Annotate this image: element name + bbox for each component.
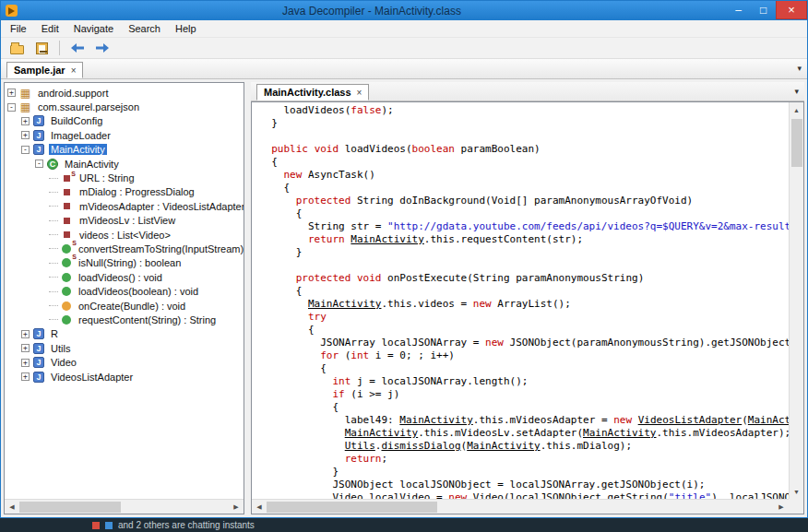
code-link[interactable]: Utils (345, 440, 375, 452)
scrollbar-thumb[interactable] (19, 502, 121, 513)
maximize-button[interactable]: □ (751, 1, 776, 19)
code-text: loadVideos( (259, 104, 351, 116)
tree-item-label: com.ssaurel.parsejson (36, 101, 141, 112)
code-link[interactable]: MainActivity (748, 414, 789, 426)
code-line: label49: MainActivity.this.mVideosAdapte… (259, 414, 789, 427)
code-string: "title" (669, 491, 711, 499)
editor-tab-label: MainActivity.class (264, 87, 351, 98)
close-button[interactable]: × (776, 1, 807, 19)
expand-icon[interactable]: + (21, 344, 30, 352)
code-link[interactable]: MainActivity (308, 298, 381, 310)
expand-icon[interactable]: + (21, 330, 30, 338)
code-area: loadVideos(false); } public void loadVid… (251, 101, 804, 514)
code-vertical-scrollbar[interactable]: ▲ ▼ (789, 102, 803, 499)
tree-item[interactable]: onCreate(Bundle) : void (5, 299, 244, 313)
jar-tab-list-dropdown-icon[interactable]: ▾ (797, 64, 802, 73)
code-link[interactable]: MainActivity (345, 427, 418, 439)
code-link[interactable]: VideosListAdapter (638, 414, 743, 426)
scroll-down-arrow[interactable]: ▼ (790, 484, 804, 499)
panel-splitter[interactable] (244, 82, 251, 514)
tree-item[interactable]: loadVideos(boolean) : void (5, 284, 244, 298)
tree-item[interactable]: videos : List<Video> (5, 228, 244, 242)
code-text: onPostExecute(String paramAnonymousStrin… (381, 272, 644, 284)
expand-icon[interactable]: + (21, 131, 30, 139)
scroll-right-arrow[interactable]: ▶ (774, 500, 789, 514)
code-text: .this.videos = (381, 298, 472, 310)
code-link[interactable]: dismissDialog (381, 440, 460, 452)
open-file-button[interactable] (7, 40, 26, 56)
scroll-left-arrow[interactable]: ◀ (5, 500, 19, 514)
tree-item[interactable]: mDialog : ProgressDialog (5, 185, 244, 199)
editor-tab-close-icon[interactable]: × (357, 88, 362, 98)
code-link[interactable]: MainActivity (351, 233, 423, 245)
menu-edit[interactable]: Edit (34, 21, 66, 36)
app-window: Java Decompiler - MainActivity.class – □… (0, 0, 808, 518)
tree-item[interactable]: +JUtils (5, 341, 244, 355)
field-icon (64, 218, 70, 224)
tab-sample-jar[interactable]: Sample.jar × (6, 62, 83, 78)
tree-item[interactable]: SURL : String (5, 171, 244, 184)
editor-tab-list-dropdown-icon[interactable]: ▾ (794, 87, 799, 96)
tree-item[interactable]: -CMainActivity (5, 157, 244, 171)
menu-navigate[interactable]: Navigate (66, 21, 121, 36)
menu-search[interactable]: Search (121, 21, 168, 36)
field-static-icon: S (64, 175, 70, 182)
save-all-sources-button[interactable] (32, 40, 51, 56)
code-text (467, 491, 473, 499)
tree-item[interactable]: +JVideo (5, 355, 244, 369)
tree-item[interactable]: +JVideosListAdapter (5, 370, 244, 384)
tab-mainactivity-class[interactable]: MainActivity.class × (256, 84, 369, 100)
scroll-up-arrow[interactable]: ▲ (790, 102, 804, 117)
tree-item[interactable]: SconvertStreamToString(InputStream) (5, 242, 244, 255)
notification-text: and 2 others are chatting instants (118, 520, 255, 530)
app-icon (6, 5, 18, 17)
code-keyword: boolean (412, 143, 455, 155)
code-link[interactable]: Video (473, 491, 504, 499)
collapse-icon[interactable]: - (35, 160, 43, 168)
scrollbar-thumb[interactable] (791, 119, 802, 167)
collapse-icon[interactable]: - (7, 103, 16, 112)
tree-item[interactable]: loadVideos() : void (5, 270, 244, 284)
menu-file[interactable]: File (3, 21, 34, 36)
expand-icon[interactable]: + (7, 89, 16, 97)
code-link[interactable]: Video (332, 491, 362, 499)
code-line: } (259, 117, 789, 130)
tree-item[interactable]: +▦android.support (5, 86, 244, 100)
tree-item[interactable]: +JImageLoader (5, 128, 244, 142)
code-link[interactable]: MainActivity (399, 414, 472, 426)
expand-icon[interactable]: + (21, 372, 30, 381)
tree-item[interactable]: -JMainActivity (5, 143, 244, 157)
code-text (308, 143, 315, 155)
back-button[interactable] (68, 40, 87, 56)
tree-horizontal-scrollbar[interactable]: ◀ ▶ (5, 499, 244, 514)
forward-button[interactable] (93, 40, 112, 56)
tree-item[interactable]: -▦com.ssaurel.parsejson (5, 100, 244, 113)
scroll-left-arrow[interactable]: ◀ (252, 500, 267, 514)
tree-item-label: Video (49, 357, 78, 368)
java-icon: J (33, 372, 44, 383)
code-editor[interactable]: loadVideos(false); } public void loadVid… (252, 103, 789, 499)
tree-item[interactable]: requestContent(String) : String (5, 313, 244, 326)
collapse-icon[interactable]: - (21, 146, 30, 154)
scrollbar-thumb[interactable] (267, 502, 437, 513)
menu-help[interactable]: Help (168, 21, 204, 36)
tree-item[interactable]: +JBuildConfig (5, 114, 244, 128)
tree-item[interactable]: mVideosAdapter : VideosListAdapter (5, 199, 244, 213)
code-link[interactable]: MainActivity (467, 440, 540, 452)
code-line: { (259, 324, 789, 337)
tree-item[interactable]: +JR (5, 327, 244, 341)
minimize-button[interactable]: – (726, 1, 751, 19)
code-text: paramBoolean) (455, 143, 541, 155)
scroll-right-arrow[interactable]: ▶ (229, 500, 244, 514)
code-horizontal-scrollbar[interactable]: ◀ ▶ (252, 499, 789, 514)
code-line: try (259, 311, 789, 324)
expand-icon[interactable]: + (21, 117, 30, 125)
code-keyword: try (308, 311, 327, 323)
tree-item[interactable]: SisNull(String) : boolean (5, 256, 244, 270)
jar-tab-close-icon[interactable]: × (71, 65, 77, 76)
tree-item-label: android.support (36, 88, 110, 99)
tree-item[interactable]: mVideosLv : ListView (5, 214, 244, 228)
code-link[interactable]: MainActivity (583, 427, 656, 439)
code-text (259, 453, 345, 465)
expand-icon[interactable]: + (21, 359, 30, 367)
